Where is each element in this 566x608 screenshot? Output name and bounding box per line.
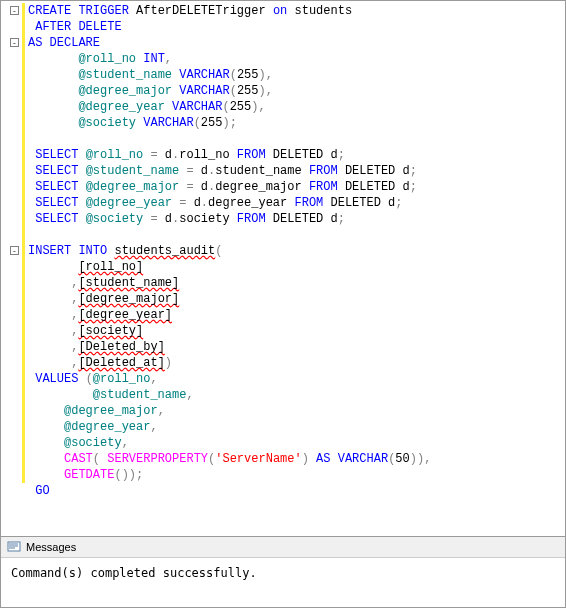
code-token: DELETED d xyxy=(266,212,338,226)
code-token: SELECT xyxy=(35,212,78,226)
code-area[interactable]: -CREATE TRIGGER AfterDELETETrigger on st… xyxy=(22,1,565,499)
code-token: degree_major xyxy=(215,180,309,194)
code-token: , xyxy=(122,436,129,450)
code-token: on xyxy=(273,4,287,18)
code-line[interactable]: @society, xyxy=(22,435,565,451)
code-token: SELECT xyxy=(35,148,78,162)
messages-tab[interactable]: Messages xyxy=(1,537,565,558)
code-token: @degree_year xyxy=(64,420,150,434)
code-editor-pane[interactable]: -CREATE TRIGGER AfterDELETETrigger on st… xyxy=(1,1,565,536)
code-line[interactable]: VALUES (@roll_no, xyxy=(22,371,565,387)
code-line[interactable]: @degree_year VARCHAR(255), xyxy=(22,99,565,115)
code-token: SELECT xyxy=(35,180,78,194)
code-line[interactable]: ,[Deleted_by] xyxy=(22,339,565,355)
code-token: [student_name] xyxy=(78,276,179,290)
messages-icon xyxy=(7,540,21,554)
code-token: [degree_year] xyxy=(78,308,172,322)
code-token xyxy=(78,148,85,162)
code-token: VALUES xyxy=(35,372,78,386)
messages-tab-label: Messages xyxy=(26,541,76,553)
code-token xyxy=(28,84,78,98)
code-token: , xyxy=(158,404,165,418)
code-token: GETDATE xyxy=(64,468,114,482)
code-line[interactable]: -AS DECLARE xyxy=(22,35,565,51)
messages-pane: Messages Command(s) completed successful… xyxy=(1,536,565,608)
code-line[interactable]: ,[degree_year] xyxy=(22,307,565,323)
code-token: DECLARE xyxy=(50,36,100,50)
code-token: FROM xyxy=(294,196,323,210)
code-token: @student_name xyxy=(86,164,180,178)
code-token: [Deleted_by] xyxy=(78,340,164,354)
code-line[interactable]: @degree_major, xyxy=(22,403,565,419)
code-line[interactable]: -INSERT INTO students_audit( xyxy=(22,243,565,259)
code-token: @student_name xyxy=(93,388,187,402)
code-token: d xyxy=(158,212,172,226)
code-token: = xyxy=(150,212,157,226)
code-line[interactable] xyxy=(22,131,565,147)
code-line[interactable] xyxy=(22,227,565,243)
code-token xyxy=(28,340,71,354)
code-token: , xyxy=(150,420,157,434)
code-token: @roll_no xyxy=(78,52,136,66)
code-token: [society] xyxy=(78,324,143,338)
code-token: FROM xyxy=(237,212,266,226)
code-token: , xyxy=(266,68,273,82)
code-line[interactable]: ,[society] xyxy=(22,323,565,339)
code-token xyxy=(28,68,78,82)
code-token: d xyxy=(194,180,208,194)
code-line[interactable]: @roll_no INT, xyxy=(22,51,565,67)
code-line[interactable]: -CREATE TRIGGER AfterDELETETrigger on st… xyxy=(22,3,565,19)
code-token: students xyxy=(287,4,352,18)
code-line[interactable]: [roll_no] xyxy=(22,259,565,275)
fold-toggle-icon[interactable]: - xyxy=(10,246,19,255)
fold-toggle-icon[interactable]: - xyxy=(10,6,19,15)
code-token: SELECT xyxy=(35,196,78,210)
code-token: @student_name xyxy=(78,68,172,82)
code-line[interactable]: @society VARCHAR(255); xyxy=(22,115,565,131)
code-token xyxy=(78,372,85,386)
code-line[interactable]: SELECT @student_name = d.student_name FR… xyxy=(22,163,565,179)
code-token: VARCHAR xyxy=(143,116,193,130)
code-line[interactable]: @degree_major VARCHAR(255), xyxy=(22,83,565,99)
code-token: 'ServerName' xyxy=(215,452,301,466)
code-line[interactable]: SELECT @degree_major = d.degree_major FR… xyxy=(22,179,565,195)
code-token: [roll_no] xyxy=(78,260,143,274)
code-line[interactable]: @student_name, xyxy=(22,387,565,403)
code-line[interactable]: ,[student_name] xyxy=(22,275,565,291)
code-token: ( xyxy=(230,68,237,82)
code-token: AFTER xyxy=(35,20,71,34)
code-token: DELETED d xyxy=(338,180,410,194)
code-token: = xyxy=(186,164,193,178)
code-line[interactable]: GO xyxy=(22,483,565,499)
code-line[interactable]: ,[degree_major] xyxy=(22,291,565,307)
code-token: 50 xyxy=(395,452,409,466)
code-token: d xyxy=(194,164,208,178)
code-token: , xyxy=(165,52,172,66)
code-token: VARCHAR xyxy=(172,100,222,114)
code-token xyxy=(42,36,49,50)
code-token: @degree_year xyxy=(86,196,172,210)
code-token: SERVERPROPERTY xyxy=(107,452,208,466)
code-token xyxy=(28,100,78,114)
code-token: society xyxy=(179,212,237,226)
code-token: ( xyxy=(194,116,201,130)
code-token: ( xyxy=(215,244,222,258)
code-token: @degree_major xyxy=(78,84,172,98)
code-line[interactable]: GETDATE()); xyxy=(22,467,565,483)
code-line[interactable]: AFTER DELETE xyxy=(22,19,565,35)
code-line[interactable]: CAST( SERVERPROPERTY('ServerName') AS VA… xyxy=(22,451,565,467)
code-token: [degree_major] xyxy=(78,292,179,306)
code-token: INTO xyxy=(78,244,107,258)
fold-toggle-icon[interactable]: - xyxy=(10,38,19,47)
code-token: d xyxy=(158,148,172,162)
code-line[interactable]: SELECT @roll_no = d.roll_no FROM DELETED… xyxy=(22,147,565,163)
code-line[interactable]: ,[Deleted_at]) xyxy=(22,355,565,371)
code-token: students_audit xyxy=(114,244,215,258)
code-line[interactable]: SELECT @degree_year = d.degree_year FROM… xyxy=(22,195,565,211)
code-token xyxy=(28,308,71,322)
code-line[interactable]: @student_name VARCHAR(255), xyxy=(22,67,565,83)
code-line[interactable]: SELECT @society = d.society FROM DELETED… xyxy=(22,211,565,227)
code-line[interactable]: @degree_year, xyxy=(22,419,565,435)
code-token: ) xyxy=(258,84,265,98)
code-token: AS xyxy=(28,36,42,50)
